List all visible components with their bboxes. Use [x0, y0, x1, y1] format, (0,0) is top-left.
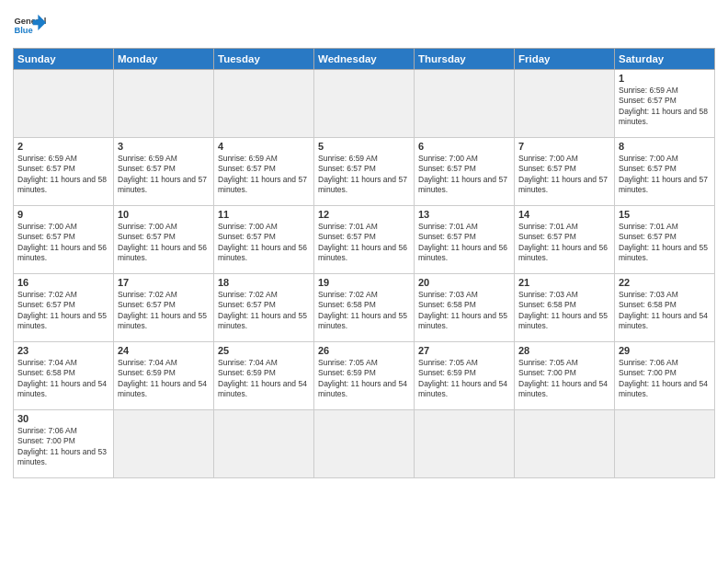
calendar-cell: 1Sunrise: 6:59 AMSunset: 6:57 PMDaylight… [615, 70, 715, 138]
day-number: 18 [218, 277, 310, 288]
day-number: 16 [17, 277, 109, 288]
day-info: Sunrise: 6:59 AMSunset: 6:57 PMDaylight:… [318, 154, 410, 196]
day-info: Sunrise: 7:03 AMSunset: 6:58 PMDaylight:… [418, 290, 510, 332]
day-info: Sunrise: 7:01 AMSunset: 6:57 PMDaylight:… [619, 222, 711, 264]
calendar-cell: 10Sunrise: 7:00 AMSunset: 6:57 PMDayligh… [114, 206, 214, 274]
calendar-cell: 4Sunrise: 6:59 AMSunset: 6:57 PMDaylight… [214, 138, 314, 206]
day-info: Sunrise: 7:00 AMSunset: 6:57 PMDaylight:… [518, 154, 610, 196]
header-sunday: Sunday [14, 49, 114, 70]
calendar-cell: 30Sunrise: 7:06 AMSunset: 7:00 PMDayligh… [14, 410, 114, 478]
calendar-cell [214, 410, 314, 478]
calendar-cell [415, 410, 515, 478]
calendar-cell: 28Sunrise: 7:05 AMSunset: 7:00 PMDayligh… [515, 342, 615, 410]
day-info: Sunrise: 7:03 AMSunset: 6:58 PMDaylight:… [619, 290, 711, 332]
calendar-cell: 2Sunrise: 6:59 AMSunset: 6:57 PMDaylight… [14, 138, 114, 206]
calendar-cell: 18Sunrise: 7:02 AMSunset: 6:57 PMDayligh… [214, 274, 314, 342]
calendar-cell: 17Sunrise: 7:02 AMSunset: 6:57 PMDayligh… [114, 274, 214, 342]
day-number: 12 [318, 209, 410, 220]
calendar-cell [114, 70, 214, 138]
calendar-table: Sunday Monday Tuesday Wednesday Thursday… [13, 48, 715, 478]
day-info: Sunrise: 7:01 AMSunset: 6:57 PMDaylight:… [518, 222, 610, 264]
day-info: Sunrise: 7:02 AMSunset: 6:58 PMDaylight:… [318, 290, 410, 332]
header-wednesday: Wednesday [314, 49, 415, 70]
calendar-cell [515, 70, 615, 138]
calendar-cell [615, 410, 715, 478]
day-number: 9 [17, 209, 109, 220]
day-info: Sunrise: 7:02 AMSunset: 6:57 PMDaylight:… [118, 290, 210, 332]
day-info: Sunrise: 7:05 AMSunset: 6:59 PMDaylight:… [318, 358, 410, 400]
calendar-cell [14, 70, 114, 138]
day-number: 5 [318, 141, 410, 152]
day-number: 21 [518, 277, 610, 288]
calendar-cell [515, 410, 615, 478]
day-number: 15 [619, 209, 711, 220]
calendar-cell: 19Sunrise: 7:02 AMSunset: 6:58 PMDayligh… [314, 274, 415, 342]
day-number: 26 [318, 345, 410, 356]
day-number: 24 [118, 345, 210, 356]
day-number: 17 [118, 277, 210, 288]
weekday-header-row: Sunday Monday Tuesday Wednesday Thursday… [14, 49, 715, 70]
day-info: Sunrise: 6:59 AMSunset: 6:57 PMDaylight:… [118, 154, 210, 196]
day-number: 13 [418, 209, 510, 220]
calendar-cell [415, 70, 515, 138]
day-info: Sunrise: 7:00 AMSunset: 6:57 PMDaylight:… [17, 222, 109, 264]
day-info: Sunrise: 7:06 AMSunset: 7:00 PMDaylight:… [17, 426, 109, 468]
calendar-cell: 27Sunrise: 7:05 AMSunset: 6:59 PMDayligh… [415, 342, 515, 410]
calendar-cell: 9Sunrise: 7:00 AMSunset: 6:57 PMDaylight… [14, 206, 114, 274]
day-info: Sunrise: 6:59 AMSunset: 6:57 PMDaylight:… [218, 154, 310, 196]
day-info: Sunrise: 7:04 AMSunset: 6:59 PMDaylight:… [218, 358, 310, 400]
day-number: 23 [17, 345, 109, 356]
day-info: Sunrise: 6:59 AMSunset: 6:57 PMDaylight:… [17, 154, 109, 196]
calendar-cell: 7Sunrise: 7:00 AMSunset: 6:57 PMDaylight… [515, 138, 615, 206]
day-info: Sunrise: 7:00 AMSunset: 6:57 PMDaylight:… [418, 154, 510, 196]
calendar-cell: 8Sunrise: 7:00 AMSunset: 6:57 PMDaylight… [615, 138, 715, 206]
day-info: Sunrise: 7:00 AMSunset: 6:57 PMDaylight:… [118, 222, 210, 264]
header-thursday: Thursday [415, 49, 515, 70]
header-saturday: Saturday [615, 49, 715, 70]
day-number: 2 [17, 141, 109, 152]
day-number: 19 [318, 277, 410, 288]
day-number: 30 [17, 413, 109, 424]
calendar-cell: 15Sunrise: 7:01 AMSunset: 6:57 PMDayligh… [615, 206, 715, 274]
day-info: Sunrise: 6:59 AMSunset: 6:57 PMDaylight:… [619, 86, 711, 128]
day-info: Sunrise: 7:01 AMSunset: 6:57 PMDaylight:… [318, 222, 410, 264]
calendar-cell [114, 410, 214, 478]
header: General Blue [13, 9, 715, 42]
calendar-cell: 12Sunrise: 7:01 AMSunset: 6:57 PMDayligh… [314, 206, 415, 274]
day-number: 1 [619, 73, 711, 84]
day-info: Sunrise: 7:00 AMSunset: 6:57 PMDaylight:… [218, 222, 310, 264]
day-number: 27 [418, 345, 510, 356]
day-info: Sunrise: 7:03 AMSunset: 6:58 PMDaylight:… [518, 290, 610, 332]
calendar-cell: 3Sunrise: 6:59 AMSunset: 6:57 PMDaylight… [114, 138, 214, 206]
calendar-cell [214, 70, 314, 138]
day-info: Sunrise: 7:04 AMSunset: 6:58 PMDaylight:… [17, 358, 109, 400]
calendar-cell: 23Sunrise: 7:04 AMSunset: 6:58 PMDayligh… [14, 342, 114, 410]
day-info: Sunrise: 7:04 AMSunset: 6:59 PMDaylight:… [118, 358, 210, 400]
day-number: 11 [218, 209, 310, 220]
svg-text:Blue: Blue [14, 26, 32, 35]
day-number: 25 [218, 345, 310, 356]
header-tuesday: Tuesday [214, 49, 314, 70]
header-monday: Monday [114, 49, 214, 70]
calendar-cell: 25Sunrise: 7:04 AMSunset: 6:59 PMDayligh… [214, 342, 314, 410]
calendar-cell: 21Sunrise: 7:03 AMSunset: 6:58 PMDayligh… [515, 274, 615, 342]
day-info: Sunrise: 7:05 AMSunset: 7:00 PMDaylight:… [518, 358, 610, 400]
calendar-cell: 22Sunrise: 7:03 AMSunset: 6:58 PMDayligh… [615, 274, 715, 342]
calendar-cell: 26Sunrise: 7:05 AMSunset: 6:59 PMDayligh… [314, 342, 415, 410]
day-info: Sunrise: 7:01 AMSunset: 6:57 PMDaylight:… [418, 222, 510, 264]
day-number: 22 [619, 277, 711, 288]
day-info: Sunrise: 7:02 AMSunset: 6:57 PMDaylight:… [17, 290, 109, 332]
calendar-cell: 14Sunrise: 7:01 AMSunset: 6:57 PMDayligh… [515, 206, 615, 274]
day-number: 29 [619, 345, 711, 356]
calendar-cell: 16Sunrise: 7:02 AMSunset: 6:57 PMDayligh… [14, 274, 114, 342]
page: General Blue Sunday Monday Tuesday Wedne… [0, 0, 728, 563]
calendar-cell: 13Sunrise: 7:01 AMSunset: 6:57 PMDayligh… [415, 206, 515, 274]
day-info: Sunrise: 7:02 AMSunset: 6:57 PMDaylight:… [218, 290, 310, 332]
day-info: Sunrise: 7:06 AMSunset: 7:00 PMDaylight:… [619, 358, 711, 400]
calendar-cell: 29Sunrise: 7:06 AMSunset: 7:00 PMDayligh… [615, 342, 715, 410]
day-number: 10 [118, 209, 210, 220]
header-friday: Friday [515, 49, 615, 70]
day-number: 20 [418, 277, 510, 288]
calendar-cell: 6Sunrise: 7:00 AMSunset: 6:57 PMDaylight… [415, 138, 515, 206]
logo: General Blue [13, 9, 46, 42]
